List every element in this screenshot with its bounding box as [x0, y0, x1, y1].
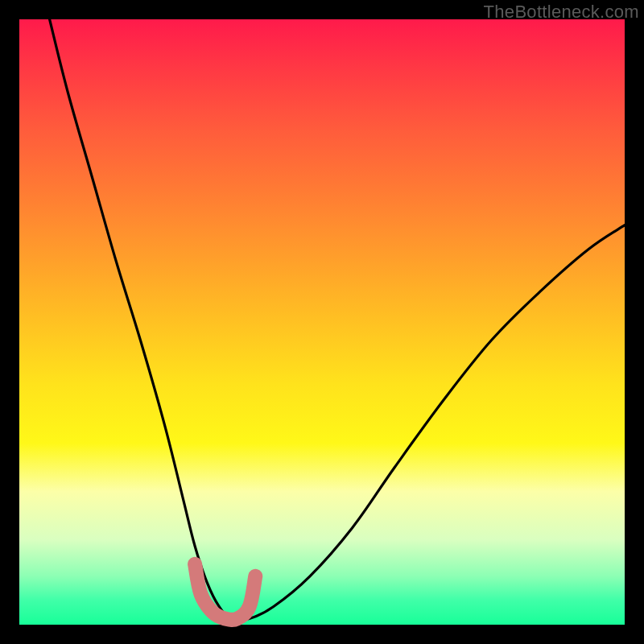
chart-canvas: TheBottleneck.com [0, 0, 644, 644]
watermark-text: TheBottleneck.com [484, 2, 639, 23]
chart-svg [19, 19, 625, 625]
bottleneck-curve [50, 19, 625, 621]
